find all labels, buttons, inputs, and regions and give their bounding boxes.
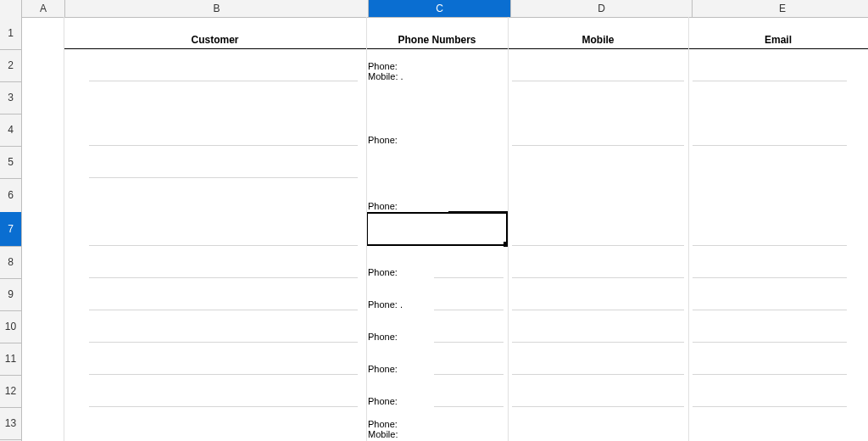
column-header-C[interactable]: C: [369, 0, 511, 17]
row-header-7[interactable]: 7: [0, 212, 21, 247]
row-header-3[interactable]: 3: [0, 81, 21, 114]
cell-text[interactable]: Phone:: [368, 364, 398, 374]
row-underline: [89, 310, 358, 310]
gridline: [366, 17, 367, 441]
row-underline: [434, 342, 504, 343]
active-cell-selection[interactable]: [366, 212, 508, 246]
row-underline: [512, 406, 684, 407]
row-underline: [693, 406, 847, 407]
select-all-corner[interactable]: [0, 0, 22, 17]
row-underline: [693, 277, 847, 278]
cell-text[interactable]: Phone: Mobile:: [368, 419, 398, 439]
cell-text[interactable]: Phone:: [368, 135, 398, 145]
row-underline: [89, 177, 358, 178]
row-underline: [434, 277, 504, 278]
row-underline: [693, 81, 847, 81]
row-header-1[interactable]: 1: [0, 17, 21, 50]
row-underline: [512, 342, 684, 343]
row-underline: [693, 342, 847, 343]
row-underline: [512, 145, 684, 146]
row-header-12[interactable]: 12: [0, 375, 21, 408]
row-underline: [512, 245, 684, 246]
row-underline: [512, 81, 684, 81]
row-underline: [512, 374, 684, 375]
row-underline: [89, 374, 358, 375]
row-underline: [89, 81, 358, 81]
cell-text[interactable]: Phone:: [368, 396, 398, 406]
gridline: [64, 17, 64, 441]
cell-text[interactable]: Phone:: [368, 332, 398, 342]
row-underline: [89, 406, 358, 407]
row-underline: [89, 145, 358, 146]
grid-area[interactable]: Customer Phone Numbers Mobile Email Phon…: [21, 17, 868, 441]
row-header-4[interactable]: 4: [0, 114, 21, 147]
cell-text[interactable]: Phone: Mobile: .: [368, 61, 403, 81]
column-header-A[interactable]: A: [22, 0, 65, 17]
row-header-10[interactable]: 10: [0, 310, 21, 343]
row-underline: [693, 310, 847, 310]
row-header-9[interactable]: 9: [0, 278, 21, 311]
row-header-8[interactable]: 8: [0, 246, 21, 279]
row-underline: [693, 374, 847, 375]
header-mobile[interactable]: Mobile: [508, 17, 688, 49]
header-customer[interactable]: Customer: [64, 17, 366, 49]
row-underline: [693, 145, 847, 146]
row-header-5[interactable]: 5: [0, 146, 21, 179]
row-underline: [512, 277, 684, 278]
row-header-13[interactable]: 13: [0, 407, 21, 440]
row-underline: [512, 310, 684, 310]
row-underline: [89, 342, 358, 343]
gridline: [508, 17, 509, 441]
row-header-11[interactable]: 11: [0, 343, 21, 376]
row-underline: [89, 245, 358, 246]
row-header-bar: 12345678910111213: [0, 17, 22, 441]
row-header-6[interactable]: 6: [0, 178, 21, 213]
row-underline: [89, 277, 358, 278]
column-header-bar: ABCDE: [0, 0, 868, 18]
spreadsheet: ABCDE 12345678910111213 Customer Phone N…: [0, 0, 868, 441]
header-email[interactable]: Email: [688, 17, 868, 49]
column-header-D[interactable]: D: [511, 0, 693, 17]
row-underline: [434, 374, 504, 375]
gridline: [688, 17, 689, 441]
cell-text[interactable]: Phone: .: [368, 299, 403, 310]
row-underline: [434, 406, 504, 407]
row-header-2[interactable]: 2: [0, 49, 21, 82]
row-underline: [693, 245, 847, 246]
selection-edge: [448, 211, 508, 212]
header-phone-numbers[interactable]: Phone Numbers: [366, 17, 508, 49]
cell-text[interactable]: Phone:: [368, 267, 398, 277]
column-header-E[interactable]: E: [693, 0, 868, 17]
column-header-B[interactable]: B: [65, 0, 369, 17]
row-underline: [434, 310, 504, 310]
cell-text[interactable]: Phone:: [368, 201, 398, 211]
